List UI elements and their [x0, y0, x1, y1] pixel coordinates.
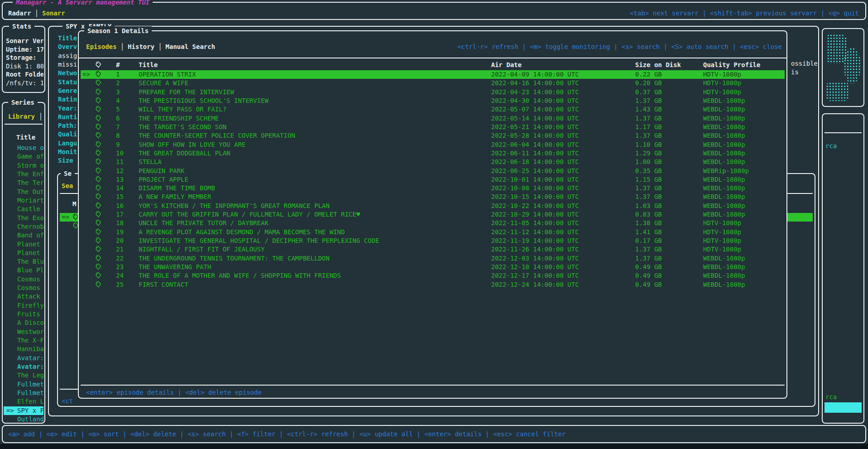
- series-list-item[interactable]: =>SPY x F: [4, 406, 43, 415]
- episode-air-date: 2022-10-01 14:00:00 UTC: [491, 175, 579, 184]
- episode-row[interactable]: 13PROJECT APPLE2022-10-01 14:00:00 UTC1.…: [81, 175, 785, 184]
- episode-row[interactable]: 9SHOW OFF HOW IN LOVE YOU ARE2022-06-04 …: [81, 140, 785, 149]
- episode-number: 24: [116, 271, 124, 280]
- episode-quality: WEBRip-1080p: [703, 167, 749, 175]
- tag-icon: [95, 184, 101, 193]
- episode-row[interactable]: 19A REVENGE PLOT AGAINST DESMOND / MAMA …: [81, 228, 785, 237]
- tab-library[interactable]: Library: [8, 113, 35, 120]
- tab-manual-search[interactable]: Manual Search: [165, 43, 215, 50]
- series-list-item[interactable]: The Enf: [4, 170, 43, 179]
- series-list-item[interactable]: Elfen L: [4, 397, 43, 406]
- tag-icon: [95, 97, 101, 105]
- tab-seasons[interactable]: Sea: [62, 182, 73, 189]
- stats-panel: Stats Sonarr VerUptime: 17Storage:Disk 1…: [2, 26, 45, 93]
- episode-title: CARRY OUT THE GRIFFIN PLAN / FULLMETAL L…: [139, 210, 360, 219]
- series-list-item[interactable]: Avatar:: [4, 354, 43, 362]
- tab-episodes[interactable]: Episodes: [86, 43, 116, 50]
- series-panel-title: Series: [8, 98, 38, 107]
- series-detail-label: Ratin: [58, 95, 77, 104]
- series-list-item[interactable]: The Ter: [4, 179, 43, 187]
- series-list-item[interactable]: Outland: [4, 415, 43, 424]
- episode-row[interactable]: 25FIRST CONTACT2022-12-24 14:00:00 UTC0.…: [81, 280, 785, 289]
- episode-row[interactable]: 18UNCLE THE PRIVATE TUTOR / DAYBREAK2022…: [81, 219, 785, 227]
- series-list-item[interactable]: Avatar:: [4, 362, 43, 371]
- episode-row[interactable]: 7THE TARGET'S SECOND SON2022-05-21 14:00…: [81, 123, 785, 131]
- tab-radarr[interactable]: Radarr: [8, 10, 31, 17]
- stat-line: Uptime: 17: [6, 45, 43, 54]
- episode-row[interactable]: 12PENGUIN PARK2022-06-25 14:00:00 UTC0.3…: [81, 167, 785, 175]
- series-list-item[interactable]: The Blu: [4, 257, 43, 266]
- series-list-item[interactable]: Hanniba: [4, 345, 43, 353]
- series-list-item[interactable]: House o: [4, 144, 43, 152]
- tag-icon: [95, 88, 101, 97]
- series-list-item[interactable]: Firefly: [4, 301, 43, 310]
- episode-row[interactable]: 17CARRY OUT THE GRIFFIN PLAN / FULLMETAL…: [81, 210, 785, 219]
- series-list-item[interactable]: Cosmos: [4, 284, 43, 292]
- series-list-item[interactable]: Moriart: [4, 196, 43, 205]
- modal-footer-keybinds: <enter> episode details | <del> delete e…: [86, 389, 262, 396]
- episode-row[interactable]: =>1OPERATION STRIX2022-04-09 14:00:00 UT…: [81, 70, 785, 79]
- bottom-help-bar: <a> add | <e> edit | <o> sort | <del> de…: [2, 425, 866, 443]
- series-list-item[interactable]: The X-F: [4, 336, 43, 345]
- episode-row[interactable]: 10THE GREAT DODGEBALL PLAN2022-06-11 14:…: [81, 149, 785, 158]
- tag-icon: [95, 158, 101, 166]
- episode-number: 19: [116, 228, 124, 237]
- series-detail-label: Quali: [58, 130, 77, 139]
- series-list-item[interactable]: Fullmet: [4, 380, 43, 389]
- episode-row[interactable]: 24THE ROLE OF A MOTHER AND WIFE / SHOPPI…: [81, 271, 785, 280]
- episode-air-date: 2022-12-03 14:00:00 UTC: [491, 254, 579, 263]
- episode-title: UNCLE THE PRIVATE TUTOR / DAYBREAK: [139, 219, 269, 227]
- episode-row[interactable]: 11STELLA2022-06-18 14:00:00 UTC1.00 GBWE…: [81, 158, 785, 166]
- series-list-item[interactable]: The Out: [4, 188, 43, 196]
- episode-row[interactable]: 20INVESTIGATE THE GENERAL HOSPITAL / DEC…: [81, 237, 785, 245]
- series-list-item[interactable]: A Disco: [4, 319, 43, 327]
- app-title: Managarr - A Servarr management TUI: [13, 0, 153, 7]
- series-list-item[interactable]: Game of: [4, 152, 43, 161]
- episode-row[interactable]: 22THE UNDERGROUND TENNIS TOURNAMENT: THE…: [81, 254, 785, 263]
- series-detail-label: Path:: [58, 121, 77, 130]
- series-list-item[interactable]: Planet: [4, 249, 43, 257]
- episode-row[interactable]: 3PREPARE FOR THE INTERVIEW2022-04-23 14:…: [81, 88, 785, 97]
- series-list-item[interactable]: Fruits: [4, 310, 43, 319]
- episode-row[interactable]: 5WILL THEY PASS OR FAIL?2022-05-07 14:00…: [81, 105, 785, 114]
- episode-size: 1.00 GB: [635, 158, 662, 166]
- col-size-on-disk: Size on Disk: [635, 61, 681, 68]
- episode-title: WILL THEY PASS OR FAIL?: [139, 105, 227, 114]
- selected-item-bar[interactable]: [825, 402, 862, 413]
- series-list-item[interactable]: Westwor: [4, 328, 43, 336]
- series-list-item[interactable]: Cosmos: [4, 275, 43, 284]
- episode-row[interactable]: 15A NEW FAMILY MEMBER2022-10-15 14:00:00…: [81, 193, 785, 201]
- series-list-item[interactable]: The Leg: [4, 371, 43, 380]
- series-list-item[interactable]: Chernob: [4, 222, 43, 231]
- series-detail-label: missi: [58, 60, 77, 69]
- episode-row[interactable]: 4THE PRESTIGIOUS SCHOOL'S INTERVIEW2022-…: [81, 97, 785, 105]
- episode-row[interactable]: 14DISARM THE TIME BOMB2022-10-08 14:00:0…: [81, 184, 785, 193]
- seasons-footer-separator: [60, 389, 78, 390]
- episode-row[interactable]: 23THE UNWAVERING PATH2022-12-10 14:00:00…: [81, 263, 785, 271]
- episode-size: 0.22 GB: [635, 70, 662, 79]
- series-list-item[interactable]: Fullmet: [4, 389, 43, 397]
- stats-lines: Sonarr VerUptime: 17Storage:Disk 1: 80Ro…: [6, 37, 43, 87]
- episode-air-date: 2022-12-17 14:00:00 UTC: [491, 271, 579, 280]
- episode-row[interactable]: 2SECURE A WIFE2022-04-16 14:00:00 UTC0.2…: [81, 79, 785, 87]
- episode-quality: HDTV-1080p: [703, 70, 741, 79]
- series-list-item[interactable]: Planet: [4, 240, 43, 249]
- series-list-item[interactable]: Attack: [4, 292, 43, 301]
- episode-row[interactable]: 21NIGHTFALL / FIRST FIT OF JEALOUSY2022-…: [81, 245, 785, 254]
- tab-sonarr[interactable]: Sonarr: [42, 10, 65, 17]
- tag-icon: [95, 210, 101, 219]
- series-list-item[interactable]: Band of: [4, 231, 43, 240]
- series-list-item[interactable]: The Exo: [4, 214, 43, 222]
- tag-icon: [95, 193, 101, 201]
- series-list-item[interactable]: Blue Pl: [4, 266, 43, 275]
- top-bar: Managarr - A Servarr management TUI Rada…: [2, 2, 866, 20]
- series-list-item[interactable]: Castle: [4, 205, 43, 213]
- tag-icon: [60, 222, 79, 230]
- episode-row[interactable]: 16YOR'S KITCHEN / THE INFORMANT'S GREAT …: [81, 202, 785, 210]
- episode-row[interactable]: 8THE COUNTER-SECRET POLICE COVER OPERATI…: [81, 131, 785, 140]
- tab-history[interactable]: History: [128, 43, 154, 50]
- episode-row[interactable]: 6THE FRIENDSHIP SCHEME2022-05-14 14:00:0…: [81, 114, 785, 123]
- tag-icon: [95, 114, 101, 123]
- series-list-item[interactable]: Storm o: [4, 161, 43, 170]
- tag-icon: [95, 140, 101, 149]
